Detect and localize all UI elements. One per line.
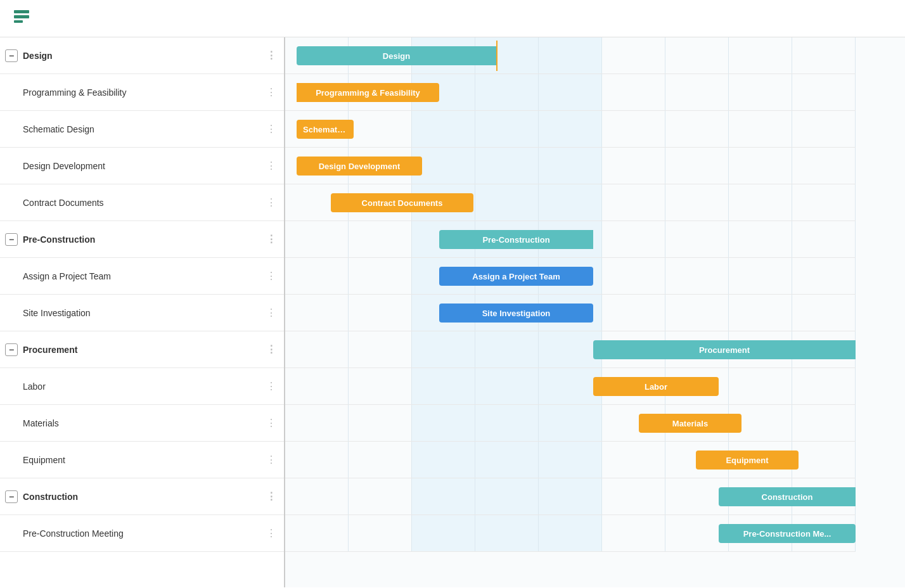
gantt-bar-prog-feas[interactable]: Programming & Feasibility	[297, 83, 439, 102]
task-name-contract-docs: Contract Documents	[23, 198, 264, 208]
bar-label-pre-construction: Pre-Construction	[482, 235, 549, 245]
gantt-bar-pre-construction[interactable]: Pre-Construction	[439, 230, 593, 249]
gantt-bar-procurement[interactable]: Procurement	[593, 340, 856, 359]
gantt-bar-contract-docs[interactable]: Contract Documents	[331, 193, 473, 212]
task-name-construction: Construction	[23, 492, 264, 502]
task-list: −Design⋮Programming & Feasibility⋮Schema…	[0, 37, 285, 587]
task-row-labor: Labor⋮	[0, 368, 284, 405]
gantt-row-site-inv: Site Investigation	[285, 295, 856, 331]
group-row-design: −Design⋮	[0, 37, 284, 74]
task-name-design: Design	[23, 51, 264, 61]
task-row-equipment: Equipment⋮	[0, 442, 284, 478]
task-row-materials: Materials⋮	[0, 405, 284, 442]
svg-rect-1	[14, 15, 29, 18]
task-row-prog-feas: Programming & Feasibility⋮	[0, 74, 284, 111]
bar-label-materials: Materials	[672, 419, 708, 428]
gantt-row-equipment: Equipment	[285, 442, 856, 478]
collapse-btn-procurement[interactable]: −	[5, 343, 18, 356]
drag-handle-procurement[interactable]: ⋮	[264, 343, 279, 355]
drag-handle-construction[interactable]: ⋮	[264, 490, 279, 502]
gantt-bar-materials[interactable]: Materials	[639, 414, 741, 433]
svg-rect-2	[14, 20, 23, 23]
drag-handle-site-inv[interactable]: ⋮	[264, 307, 279, 319]
gantt-bar-pre-con-meeting[interactable]: Pre-Construction Me...	[719, 524, 856, 543]
task-name-assign-team: Assign a Project Team	[23, 271, 264, 281]
bar-label-construction: Construction	[762, 492, 813, 502]
drag-handle-pre-con-meeting[interactable]: ⋮	[264, 527, 279, 539]
bar-label-contract-docs: Contract Documents	[362, 198, 443, 208]
gantt-row-prog-feas: Programming & Feasibility	[285, 74, 856, 111]
gantt-row-construction: Construction	[285, 478, 856, 515]
gantt-bar-design-dev[interactable]: Design Development	[297, 157, 422, 176]
task-name-prog-feas: Programming & Feasibility	[23, 87, 264, 98]
gantt-inner: DesignProgramming & FeasibilitySchematic…	[285, 37, 856, 552]
group-row-procurement: −Procurement⋮	[0, 331, 284, 368]
gantt-row-design: Design	[285, 37, 856, 74]
task-row-assign-team: Assign a Project Team⋮	[0, 258, 284, 295]
main-container: −Design⋮Programming & Feasibility⋮Schema…	[0, 37, 905, 587]
bar-label-design: Design	[383, 51, 410, 61]
page-header	[0, 0, 905, 37]
drag-handle-schematic[interactable]: ⋮	[264, 123, 279, 135]
collapse-btn-pre-construction[interactable]: −	[5, 233, 18, 246]
task-name-design-dev: Design Development	[23, 161, 264, 171]
gantt-row-procurement: Procurement	[285, 331, 856, 368]
task-name-pre-con-meeting: Pre-Construction Meeting	[23, 528, 264, 539]
drag-handle-materials[interactable]: ⋮	[264, 417, 279, 429]
drag-handle-design-dev[interactable]: ⋮	[264, 160, 279, 172]
drag-handle-contract-docs[interactable]: ⋮	[264, 196, 279, 208]
gantt-bar-labor[interactable]: Labor	[593, 377, 719, 396]
gantt-row-pre-construction: Pre-Construction	[285, 221, 856, 258]
drag-handle-pre-construction[interactable]: ⋮	[264, 233, 279, 245]
bar-label-labor: Labor	[645, 382, 667, 392]
drag-handle-equipment[interactable]: ⋮	[264, 454, 279, 466]
task-name-materials: Materials	[23, 418, 264, 428]
task-name-site-inv: Site Investigation	[23, 308, 264, 318]
task-row-site-inv: Site Investigation⋮	[0, 295, 284, 331]
task-name-schematic: Schematic Design	[23, 124, 264, 134]
gantt-row-pre-con-meeting: Pre-Construction Me...	[285, 515, 856, 552]
task-row-pre-con-meeting: Pre-Construction Meeting⋮	[0, 515, 284, 552]
drag-handle-labor[interactable]: ⋮	[264, 380, 279, 392]
gantt-row-materials: Materials	[285, 405, 856, 442]
task-name-equipment: Equipment	[23, 455, 264, 465]
gantt-bar-design[interactable]: Design	[297, 46, 496, 65]
bar-label-assign-team: Assign a Project Team	[472, 272, 560, 281]
drag-handle-prog-feas[interactable]: ⋮	[264, 86, 279, 98]
task-row-schematic: Schematic Design⋮	[0, 111, 284, 148]
templates-icon	[13, 9, 30, 28]
svg-rect-0	[14, 10, 29, 13]
gantt-row-contract-docs: Contract Documents	[285, 184, 856, 221]
gantt-bar-site-inv[interactable]: Site Investigation	[439, 304, 593, 323]
gantt-row-schematic: Schematic Design	[285, 111, 856, 148]
bar-label-equipment: Equipment	[726, 456, 768, 465]
gantt-bar-construction[interactable]: Construction	[719, 487, 856, 506]
bar-label-pre-con-meeting: Pre-Construction Me...	[743, 529, 831, 539]
gantt-panel: DesignProgramming & FeasibilitySchematic…	[285, 37, 905, 587]
bar-label-design-dev: Design Development	[319, 162, 401, 171]
task-row-design-dev: Design Development⋮	[0, 148, 284, 184]
bar-label-site-inv: Site Investigation	[482, 309, 551, 318]
task-name-labor: Labor	[23, 381, 264, 392]
task-row-contract-docs: Contract Documents⋮	[0, 184, 284, 221]
gantt-bar-assign-team[interactable]: Assign a Project Team	[439, 267, 593, 286]
bar-label-schematic: Schematic Design	[303, 125, 347, 134]
drag-handle-design[interactable]: ⋮	[264, 49, 279, 61]
collapse-btn-construction[interactable]: −	[5, 490, 18, 503]
gantt-bar-equipment[interactable]: Equipment	[696, 451, 799, 470]
task-name-procurement: Procurement	[23, 345, 264, 355]
gantt-row-design-dev: Design Development	[285, 148, 856, 184]
gantt-row-assign-team: Assign a Project Team	[285, 258, 856, 295]
task-name-pre-construction: Pre-Construction	[23, 234, 264, 245]
gantt-bar-schematic[interactable]: Schematic Design	[297, 120, 354, 139]
bar-label-prog-feas: Programming & Feasibility	[316, 88, 420, 98]
drag-handle-assign-team[interactable]: ⋮	[264, 270, 279, 282]
group-row-pre-construction: −Pre-Construction⋮	[0, 221, 284, 258]
gantt-row-labor: Labor	[285, 368, 856, 405]
bar-label-procurement: Procurement	[699, 345, 750, 355]
collapse-btn-design[interactable]: −	[5, 49, 18, 62]
group-row-construction: −Construction⋮	[0, 478, 284, 515]
